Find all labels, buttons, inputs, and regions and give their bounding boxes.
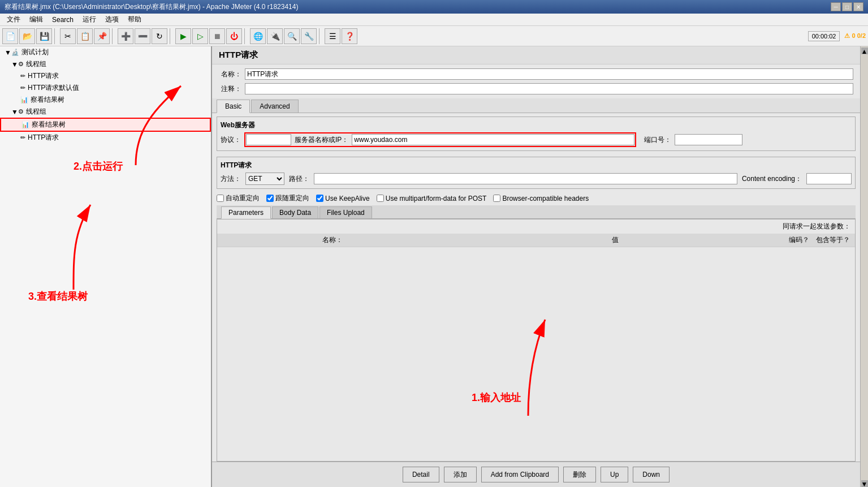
follow-redirect-input[interactable] <box>266 195 274 202</box>
separator-1 <box>54 28 58 44</box>
maximize-button[interactable]: □ <box>842 2 852 11</box>
toolbar-right: 00:00:02 ⚠ 0 0/2 <box>808 31 866 41</box>
left-panel: ▼ 🔬 测试计划 ▼ ⚙ 线程组 ✏ HTTP请求 ✏ HTTP请求默认值 📊 … <box>0 46 212 487</box>
auto-redirect-input[interactable] <box>217 195 224 202</box>
save-button[interactable]: 💾 <box>36 28 52 44</box>
tree-node-test-plan[interactable]: ▼ 🔬 测试计划 <box>0 46 211 58</box>
detail-button[interactable]: Detail <box>403 467 439 482</box>
path-input[interactable] <box>314 173 737 184</box>
cut-button[interactable]: ✂ <box>60 28 76 44</box>
multipart-input[interactable] <box>377 195 384 202</box>
tree-node-thread-group-1[interactable]: ▼ ⚙ 线程组 <box>0 58 211 70</box>
copy-button[interactable]: 📋 <box>77 28 93 44</box>
sub-tab-parameters[interactable]: Parameters <box>221 206 271 219</box>
params-send-label: 同请求一起发送参数： <box>217 219 855 234</box>
tree-node-thread-group-2[interactable]: ▼ ⚙ 线程组 <box>0 106 211 118</box>
result-tree-2-icon: 📊 <box>21 121 29 128</box>
separator-3 <box>170 28 173 44</box>
tree-node-result-tree-1[interactable]: 📊 察看结果树 <box>0 94 211 106</box>
help-button[interactable]: ❓ <box>342 28 357 44</box>
expand-button[interactable]: ➕ <box>118 28 133 44</box>
params-col-header: 名称： 值 编码？ 包含等于？ <box>217 234 855 247</box>
comment-input[interactable] <box>245 83 853 94</box>
run-button[interactable]: ▶ <box>175 28 191 44</box>
sub-tab-body-data[interactable]: Body Data <box>272 206 318 218</box>
tree-node-result-tree-2[interactable]: 📊 察看结果树 <box>0 118 211 132</box>
follow-redirect-checkbox[interactable]: 跟随重定向 <box>266 193 309 203</box>
right-scrollbar[interactable]: ▲ ▼ <box>860 46 868 487</box>
keepalive-checkbox[interactable]: Use KeepAlive <box>316 195 370 202</box>
paste-button[interactable]: 📌 <box>94 28 110 44</box>
tab-basic[interactable]: Basic <box>217 100 250 113</box>
down-button[interactable]: Down <box>633 467 670 482</box>
http-request-title: HTTP请求 <box>221 161 852 170</box>
sub-tab-files-upload[interactable]: Files Upload <box>319 206 372 218</box>
encoding-label: Content encoding： <box>742 174 802 184</box>
delete-button[interactable]: 删除 <box>563 467 596 482</box>
arrow-step3-svg <box>45 199 130 301</box>
thread-group-2-icon: ⚙ <box>18 108 24 115</box>
tab-advanced[interactable]: Advanced <box>251 100 298 113</box>
open-button[interactable]: 📂 <box>19 28 35 44</box>
method-select[interactable]: GET POST PUT DELETE <box>245 173 284 185</box>
name-row: 名称： <box>219 67 853 81</box>
close-button[interactable]: ✕ <box>853 2 863 11</box>
tree-label-http-defaults: HTTP请求默认值 <box>28 83 79 93</box>
tree-node-http-request-1[interactable]: ✏ HTTP请求 <box>0 70 211 82</box>
title-bar: 察看结果树.jmx (C:\Users\Administrator\Deskto… <box>0 0 868 14</box>
col-include: 包含等于？ <box>813 235 853 245</box>
function-helper-button[interactable]: 🔧 <box>301 28 317 44</box>
protocol-input[interactable] <box>246 134 291 145</box>
remote-stop-button[interactable]: 🔌 <box>267 28 283 44</box>
menu-options[interactable]: 选项 <box>101 14 123 25</box>
keepalive-input[interactable] <box>316 195 323 202</box>
new-button[interactable]: 📄 <box>2 28 18 44</box>
annotation-step1: 1.输入地址 <box>472 391 521 404</box>
remote-start-button[interactable]: 🌐 <box>250 28 266 44</box>
browser-headers-label: Browser-compatible headers <box>502 195 589 202</box>
remote-run-button[interactable]: 🔍 <box>284 28 300 44</box>
menu-help[interactable]: 帮助 <box>123 14 146 25</box>
run-no-pause-button[interactable]: ▷ <box>192 28 208 44</box>
shutdown-button[interactable]: ⏻ <box>226 28 242 44</box>
right-panel: HTTP请求 名称： 注释： Basic Advanced Web服务器 协议： <box>212 46 860 487</box>
scrollbar-up[interactable]: ▲ <box>861 48 868 54</box>
encoding-input[interactable] <box>806 173 852 184</box>
stop-button[interactable]: ⏹ <box>209 28 225 44</box>
multipart-checkbox[interactable]: Use multipart/form-data for POST <box>377 195 487 202</box>
tree-node-http-request-2[interactable]: ✏ HTTP请求 <box>0 132 211 144</box>
auto-redirect-label: 自动重定向 <box>226 193 260 203</box>
separator-5 <box>319 28 322 44</box>
auto-redirect-checkbox[interactable]: 自动重定向 <box>217 193 260 203</box>
web-server-section: Web服务器 协议： 服务器名称或IP： 端口号： <box>217 117 856 151</box>
menu-file[interactable]: 文件 <box>2 14 25 25</box>
method-row: 方法： GET POST PUT DELETE 路径： Content enco… <box>221 173 852 185</box>
port-input[interactable] <box>675 134 742 145</box>
col-name: 名称： <box>219 235 446 245</box>
add-clipboard-button[interactable]: Add from Clipboard <box>481 467 559 482</box>
browser-headers-checkbox[interactable]: Browser-compatible headers <box>493 195 589 202</box>
add-button[interactable]: 添加 <box>444 467 477 482</box>
form-section: 名称： 注释： <box>212 64 860 98</box>
scrollbar-down[interactable]: ▼ <box>861 480 868 487</box>
menu-edit[interactable]: 编辑 <box>25 14 47 25</box>
collapse-button[interactable]: ➖ <box>135 28 150 44</box>
main-container: ▼ 🔬 测试计划 ▼ ⚙ 线程组 ✏ HTTP请求 ✏ HTTP请求默认值 📊 … <box>0 46 868 487</box>
browser-headers-input[interactable] <box>493 195 500 202</box>
minimize-button[interactable]: ─ <box>831 2 841 11</box>
tree-expand-3: ▼ <box>11 108 18 116</box>
protocol-input-container: 服务器名称或IP： <box>244 132 636 147</box>
menu-search[interactable]: Search <box>47 15 78 25</box>
up-button[interactable]: Up <box>601 467 628 482</box>
warn-icon: ⚠ <box>844 32 850 39</box>
annotation-step3: 3.查看结果树 <box>28 290 88 303</box>
tree-node-http-defaults[interactable]: ✏ HTTP请求默认值 <box>0 82 211 94</box>
menu-run[interactable]: 运行 <box>78 14 101 25</box>
toggle-button[interactable]: ↻ <box>152 28 167 44</box>
name-input[interactable] <box>245 68 853 80</box>
test-plan-icon: 🔬 <box>11 49 19 56</box>
toolbar: 📄 📂 💾 ✂ 📋 📌 ➕ ➖ ↻ ▶ ▷ ⏹ ⏻ 🌐 🔌 🔍 🔧 ☰ ❓ 00… <box>0 26 868 46</box>
server-input[interactable] <box>352 134 634 145</box>
separator-2 <box>112 28 115 44</box>
list-button[interactable]: ☰ <box>325 28 340 44</box>
